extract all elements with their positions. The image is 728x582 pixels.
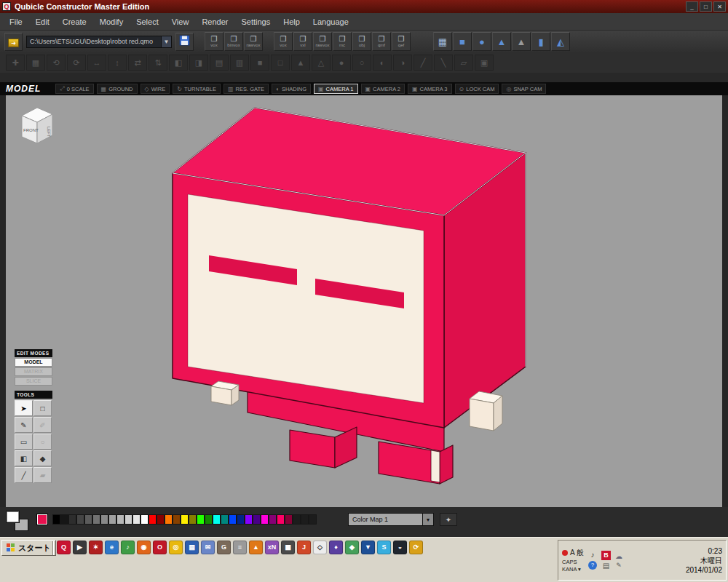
current-color-swatch[interactable] [36, 514, 48, 525]
weather-tray-icon[interactable]: ☁ [615, 552, 622, 560]
palette-swatch-2[interactable] [68, 514, 76, 525]
view-toggle-camera-1[interactable]: ▣CAMERA 1 [314, 84, 358, 94]
view-toggle-camera-3[interactable]: ▣CAMERA 3 [408, 84, 452, 94]
palette-swatch-23[interactable] [237, 514, 245, 525]
tool-rectangle[interactable]: ▭ [15, 434, 33, 450]
start-button[interactable]: スタート [1, 540, 56, 556]
menu-language[interactable]: Language [306, 15, 355, 28]
palette-swatch-13[interactable] [157, 514, 165, 525]
edit-op-8-button[interactable]: ◧ [169, 55, 188, 71]
document-tray-icon[interactable]: ▤ [603, 562, 609, 570]
edit-op-10-button[interactable]: ▤ [210, 55, 229, 71]
quicklaunch-chrome[interactable]: ◎ [169, 541, 183, 554]
backup-tray-icon[interactable]: B [601, 551, 611, 560]
quicklaunch-qubicle[interactable]: Q [57, 541, 71, 554]
view-toggle-ground[interactable]: ▦GROUND [97, 84, 138, 94]
terrain-button[interactable]: ◭ [551, 32, 570, 51]
menu-select[interactable]: Select [130, 15, 165, 28]
view-toggle-turntable[interactable]: ↻TURNTABLE [173, 84, 221, 94]
view-toggle-0-scale[interactable]: ⤢0 SCALE [55, 84, 93, 94]
palette-swatch-4[interactable] [84, 514, 92, 525]
maximize-button[interactable]: □ [700, 1, 712, 12]
edit-mode-slice[interactable]: SLICE [15, 377, 52, 386]
palette-swatch-32[interactable] [309, 514, 317, 525]
tool-rect-select[interactable]: □ [33, 400, 52, 416]
fg-bg-color-widget[interactable] [6, 511, 31, 533]
view-toggle-lock-cam[interactable]: ⊙LOCK CAM [455, 84, 499, 94]
edit-op-17-button[interactable]: ○ [352, 55, 371, 71]
edit-op-3-button[interactable]: ⟳ [67, 55, 86, 71]
quicklaunch-java[interactable]: J [297, 541, 311, 554]
palette-swatch-24[interactable] [245, 514, 253, 525]
palette-swatch-0[interactable] [52, 514, 60, 525]
edit-op-5-button[interactable]: ↕ [108, 55, 127, 71]
palette-swatch-6[interactable] [100, 514, 108, 525]
ime-language-bar[interactable]: A 般 CAPS KANA ▾ [562, 543, 584, 578]
save-button[interactable] [175, 33, 194, 51]
palette-swatch-30[interactable] [293, 514, 301, 525]
edit-op-6-button[interactable]: ⇄ [128, 55, 147, 71]
sphere-button[interactable]: ● [472, 32, 491, 51]
chevron-down-icon[interactable]: ▼ [161, 36, 171, 47]
edit-op-1-button[interactable]: ▦ [26, 55, 45, 71]
quicklaunch-utility[interactable]: ▦ [281, 541, 295, 554]
quicklaunch-explorer[interactable]: ◇ [313, 541, 327, 554]
export-vox-button[interactable]: ❐vox [274, 32, 293, 51]
edit-op-11-button[interactable]: ▥ [230, 55, 249, 71]
palette-swatch-3[interactable] [76, 514, 84, 525]
tool-fill[interactable]: ◧ [15, 450, 33, 466]
edit-op-19-button[interactable]: ◑ [393, 55, 412, 71]
pen-tray-icon[interactable]: ✎ [616, 562, 622, 569]
export-vxl-button[interactable]: ❐vxl [293, 32, 312, 51]
palette-swatch-25[interactable] [253, 514, 261, 525]
palette-swatch-29[interactable] [285, 514, 293, 525]
menu-edit[interactable]: Edit [29, 15, 56, 28]
edit-op-20-button[interactable]: ╱ [414, 55, 432, 71]
export-mc-button[interactable]: ❐mc [333, 32, 352, 51]
menu-render[interactable]: Render [195, 15, 234, 28]
palette-options-button[interactable]: ✦ [440, 513, 457, 526]
palette-swatch-18[interactable] [197, 514, 205, 525]
chevron-down-icon[interactable]: ▼ [422, 514, 433, 525]
view-toggle-shading[interactable]: ◐SHADING [272, 84, 311, 94]
menu-view[interactable]: View [165, 15, 196, 28]
edit-op-9-button[interactable]: ◨ [189, 55, 208, 71]
export-obj-button[interactable]: ❐obj [352, 32, 371, 51]
edit-op-0-button[interactable]: ✚ [6, 55, 25, 71]
edit-op-18-button[interactable]: ◐ [373, 55, 392, 71]
palette-swatch-5[interactable] [92, 514, 100, 525]
palette-swatch-31[interactable] [301, 514, 309, 525]
palette-swatch-1[interactable] [60, 514, 68, 525]
edit-op-12-button[interactable]: ■ [250, 55, 269, 71]
palette-swatch-28[interactable] [277, 514, 285, 525]
cylinder-button[interactable]: ▮ [531, 32, 550, 51]
view-toggle-res-gate[interactable]: ▥RES. GATE [223, 84, 269, 94]
palette-swatch-20[interactable] [213, 514, 221, 525]
box-button[interactable]: ■ [453, 32, 472, 51]
edit-op-21-button[interactable]: ╲ [434, 55, 453, 71]
palette-swatch-17[interactable] [189, 514, 197, 525]
quicklaunch-vlc[interactable]: ▲ [249, 541, 263, 554]
edit-op-22-button[interactable]: ▱ [454, 55, 473, 71]
pyramid-button[interactable]: ▲ [512, 32, 531, 51]
quicklaunch-navy-app[interactable]: ▼ [361, 541, 375, 554]
orientation-cube[interactable]: FRONT LEFT [16, 104, 58, 148]
quicklaunch-documents[interactable]: ▤ [185, 541, 199, 554]
palette-swatch-15[interactable] [173, 514, 181, 525]
close-button[interactable]: ✕ [713, 1, 726, 12]
quicklaunch-xnview[interactable]: xN [265, 541, 279, 554]
palette-swatch-10[interactable] [132, 514, 141, 525]
quicklaunch-green-app[interactable]: ◆ [345, 541, 359, 554]
palette-swatch-21[interactable] [221, 514, 229, 525]
export-vox-button[interactable]: ❐vox [205, 32, 223, 51]
edit-op-4-button[interactable]: ↔ [87, 55, 106, 71]
quicklaunch-roxio[interactable]: ✶ [89, 541, 103, 554]
quicklaunch-media-player[interactable]: ▶ [73, 541, 87, 554]
quicklaunch-firefox[interactable]: ◉ [137, 541, 151, 554]
tool-color-pick[interactable]: ◆ [33, 450, 52, 466]
edit-mode-model[interactable]: MODEL [15, 358, 52, 367]
view-toggle-camera-2[interactable]: ▣CAMERA 2 [361, 84, 405, 94]
menu-file[interactable]: File [3, 15, 29, 28]
palette-swatch-16[interactable] [181, 514, 189, 525]
quicklaunch-steam[interactable]: ◒ [393, 541, 407, 554]
